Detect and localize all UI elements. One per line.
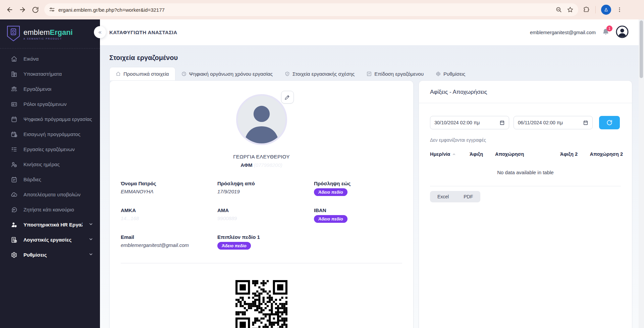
sidebar-item-submission-results[interactable]: Αποτελέσματα υποβολών <box>0 187 100 202</box>
browser-back-button[interactable] <box>3 3 16 16</box>
app-logo[interactable]: emblemErgani A SEMANTIC PRODUCT <box>0 19 100 48</box>
panel-divider <box>419 103 632 103</box>
home-icon <box>116 71 121 76</box>
column-label: Άφιξη <box>470 151 483 157</box>
sidebar-item-request-feature[interactable]: Ζητήστε κάτι καινούριο <box>0 202 100 217</box>
chevron-down-icon <box>89 252 93 258</box>
top-header: ΚΑΤΑΦΥΓΙΩΤΗ ΑΝΑΣΤΑΣΙΑ emblemerganitest@g… <box>100 19 644 45</box>
field-value: 9900889 <box>217 215 314 221</box>
sidebar-item-label: Βάρδιες <box>23 177 41 182</box>
sidebar-collapse-button[interactable]: « <box>94 26 106 38</box>
sidebar-item-label: Ρόλοι εργαζόμενων <box>23 101 67 107</box>
field-hired-from: Πρόσληψη από 17/9/2019 <box>217 181 314 196</box>
zoom-out-icon[interactable] <box>555 6 562 13</box>
sidebar-item-import-schedule[interactable]: Εισαγωγή προγράμματος <box>0 127 100 142</box>
field-value: ΕΜΜΑΝΟΥΗΛ <box>121 189 217 194</box>
notification-badge: 1 <box>606 25 612 31</box>
brand-tagline: A SEMANTIC PRODUCT <box>23 38 73 40</box>
tab-label: Επίδοση εργαζόμενου <box>374 71 424 77</box>
sidebar-item-label: Κινήσεις ημέρας <box>23 161 60 167</box>
account-email: emblemerganitest@gmail.com <box>530 30 596 35</box>
table-bottom-divider <box>430 186 621 186</box>
column-label: Άφιξη 2 <box>560 151 578 157</box>
sidebar-item-shifts[interactable]: Βάρδιες <box>0 172 100 187</box>
tab-settings[interactable]: Ρυθμίσεις <box>430 67 471 80</box>
page-title: Στοιχεία εργαζομένου <box>109 54 635 62</box>
sidebar-item-label: Ρυθμίσεις <box>23 252 47 258</box>
qr-code <box>235 280 287 328</box>
notifications-button[interactable]: 1 <box>602 28 610 37</box>
sidebar-item-branches[interactable]: Υποκαταστήματα <box>0 66 100 81</box>
export-excel-button[interactable]: Excel <box>430 191 456 202</box>
tab-digital-work-time[interactable]: Ψηφιακή οργάνωση χρόνου εργασίας <box>175 67 279 80</box>
tab-label: Προσωπικά στοιχεία <box>123 71 169 77</box>
date-to-value: 06/11/2024 02:00 πμ <box>518 120 563 125</box>
scrollbar-thumb[interactable] <box>640 20 643 78</box>
column-header-arrival-2[interactable]: Άφιξη 2 <box>545 151 578 157</box>
column-header-arrival[interactable]: Άφιξη <box>470 151 495 157</box>
tab-employment-relation[interactable]: Στοιχεία εργασιακής σχέσης <box>279 67 361 80</box>
sidebar-item-image[interactable]: Εικόνα <box>0 51 100 66</box>
sidebar-item-settings[interactable]: Ρυθμίσεις <box>0 247 100 262</box>
sidebar-item-employee-tasks[interactable]: Εργασίες εργαζόμενων <box>0 142 100 157</box>
date-from-input[interactable]: 30/10/2024 02:00 πμ <box>430 116 509 129</box>
pencil-icon <box>284 94 290 100</box>
sidebar-item-digital-schedule[interactable]: Ψηφιακό πρόγραμμα εργασίας <box>0 112 100 127</box>
url-text[interactable]: ergani.emblem.gr/be.php?ch=worker&id=321… <box>58 7 555 13</box>
sidebar-item-day-movements[interactable]: Κινήσεις ημέρας <box>0 157 100 172</box>
export-pdf-button[interactable]: PDF <box>456 191 480 202</box>
field-label: IBAN <box>314 207 402 213</box>
field-hired-until: Πρόσληψη εώς Άδειο πεδίο <box>314 181 402 196</box>
tab-personal-details[interactable]: Προσωπικά στοιχεία <box>109 67 175 80</box>
sidebar-item-hr-tools[interactable]: Υποστηρικτικά HR Εργαλεία <box>0 217 100 232</box>
calendar-icon[interactable] <box>499 120 505 125</box>
calendar-notes-icon <box>11 176 17 183</box>
checklist-icon <box>11 146 17 153</box>
export-button-group: Excel PDF <box>430 191 480 202</box>
date-to-input[interactable]: 06/11/2024 02:00 πμ <box>514 116 593 129</box>
site-settings-icon[interactable] <box>49 7 55 13</box>
sidebar-separator <box>0 48 100 49</box>
column-header-date[interactable]: Ημερ/νία <box>430 151 470 157</box>
browser-forward-button[interactable] <box>16 3 29 16</box>
refresh-icon <box>606 119 613 126</box>
logo-shield-icon <box>7 25 20 43</box>
page-scrollbar[interactable] <box>639 19 644 328</box>
panel-title: Αφίξεις - Αποχωρήσεις <box>430 89 621 95</box>
browser-profile-avatar[interactable]: Δ <box>601 5 611 15</box>
bookmark-star-icon[interactable] <box>567 6 574 13</box>
sidebar-item-label: Υποκαταστήματα <box>23 71 62 77</box>
chevron-down-icon <box>89 222 93 227</box>
field-value: 17/9/2019 <box>217 189 314 194</box>
employee-avatar <box>236 94 287 145</box>
field-label: Email <box>121 234 217 240</box>
edit-photo-button[interactable] <box>281 91 294 104</box>
sidebar-item-roles[interactable]: Ρόλοι εργαζόμενων <box>0 96 100 112</box>
extensions-puzzle-icon[interactable] <box>583 6 590 13</box>
sidebar-item-employees[interactable]: Εργαζόμενοι <box>0 81 100 96</box>
arrivals-table-header: Ημερ/νία Άφιξη Αποχώρηση Άφιξη 2 Αποχώρη… <box>430 151 621 157</box>
refresh-button[interactable] <box>599 116 620 129</box>
field-value: 14...168 <box>121 215 217 221</box>
user-avatar-button[interactable] <box>616 25 629 40</box>
tab-bar: Προσωπικά στοιχεία Ψηφιακή οργάνωση χρόν… <box>109 67 635 80</box>
building-icon <box>11 71 17 77</box>
address-bar[interactable]: ergani.emblem.gr/be.php?ch=worker&id=321… <box>44 3 578 16</box>
browser-menu-icon[interactable] <box>616 7 623 13</box>
tab-employee-performance[interactable]: Επίδοση εργαζόμενου <box>361 67 430 80</box>
sidebar-item-label: Εικόνα <box>23 56 39 62</box>
chat-icon <box>11 206 17 213</box>
sidebar-item-label: Υποστηρικτικά HR Εργαλεία <box>23 222 83 227</box>
column-header-departure[interactable]: Αποχώρηση <box>495 151 545 157</box>
column-header-departure-2[interactable]: Αποχώρηση 2 <box>578 151 623 157</box>
empty-field-badge: Άδειο πεδίο <box>314 215 347 223</box>
calendar-icon[interactable] <box>583 120 588 125</box>
brand-name-second: Ergani <box>50 28 72 37</box>
arrivals-departures-card: Αφίξεις - Αποχωρήσεις 30/10/2024 02:00 π… <box>419 80 632 328</box>
clock-icon <box>181 71 186 76</box>
field-value: emblemerganitest@gmail.com <box>121 242 217 248</box>
cloud-check-icon <box>11 191 17 198</box>
breadcrumb-employee-name: ΚΑΤΑΦΥΓΙΩΤΗ ΑΝΑΣΤΑΣΙΑ <box>109 29 177 35</box>
browser-reload-button[interactable] <box>29 3 42 16</box>
sidebar-item-accounting-tasks[interactable]: Λογιστικές εργασίες <box>0 232 100 247</box>
